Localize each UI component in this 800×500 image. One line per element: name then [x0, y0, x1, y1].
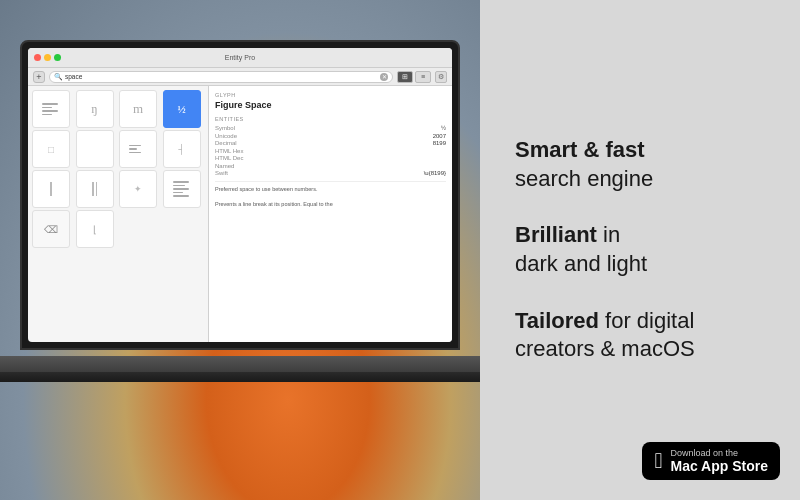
- entity-key: Decimal: [215, 140, 255, 146]
- badge-text: Download on the Mac App Store: [671, 448, 769, 474]
- glyph-grid: ŋ m ½ □: [28, 86, 208, 342]
- feature-inline-3: for digital: [605, 308, 694, 333]
- entity-row: HTML Dec: [215, 155, 446, 161]
- window-title: Entity Pro: [225, 54, 255, 61]
- glyph-cell[interactable]: ⌊: [76, 210, 114, 248]
- entity-key: Unicode: [215, 133, 255, 139]
- entity-key: Symbol: [215, 125, 255, 131]
- badge-store-label: Mac App Store: [671, 458, 769, 474]
- glyph-section-label: GLYPH: [215, 92, 446, 98]
- entity-value[interactable]: 2007: [433, 133, 446, 139]
- glyph-cell[interactable]: [163, 170, 201, 208]
- glyph-description-2: Prevents a line break at its position. E…: [215, 199, 446, 209]
- feature-bold-3: Tailored: [515, 308, 599, 333]
- view-controls: ⊞ ≡: [397, 71, 431, 83]
- traffic-lights: [34, 54, 61, 61]
- detail-panel: GLYPH Figure Space ENTITIES Symbol½Unico…: [208, 86, 452, 342]
- entity-key: Named: [215, 163, 255, 169]
- left-panel: Entity Pro + 🔍 space ✕ ⊞ ≡: [0, 0, 480, 500]
- search-icon: 🔍: [54, 73, 63, 81]
- feature-title-1: Smart & fast: [515, 136, 765, 165]
- screen-inner: Entity Pro + 🔍 space ✕ ⊞ ≡: [28, 48, 452, 342]
- minimize-button[interactable]: [44, 54, 51, 61]
- badge-download-label: Download on the: [671, 448, 769, 458]
- feature-title-2: Brilliant in: [515, 221, 765, 250]
- maximize-button[interactable]: [54, 54, 61, 61]
- entity-row: Swift\u{8199}: [215, 170, 446, 176]
- glyph-cell[interactable]: ✦: [119, 170, 157, 208]
- glyph-cell-selected[interactable]: ½: [163, 90, 201, 128]
- clear-search-button[interactable]: ✕: [380, 73, 388, 81]
- fraction-symbol: ½: [177, 103, 185, 115]
- feature-title-3: Tailored for digital: [515, 307, 765, 336]
- toolbar: + 🔍 space ✕ ⊞ ≡ ⚙: [28, 68, 452, 86]
- entity-value[interactable]: [443, 163, 446, 169]
- glyph-name: Figure Space: [215, 100, 446, 110]
- entity-row: HTML Hex: [215, 148, 446, 154]
- titlebar: Entity Pro: [28, 48, 452, 68]
- search-bar[interactable]: 🔍 space ✕: [49, 71, 393, 83]
- search-input[interactable]: space: [65, 73, 378, 80]
- feature-subtitle-2: dark and light: [515, 250, 765, 279]
- grid-view-button[interactable]: ⊞: [397, 71, 413, 83]
- add-button[interactable]: +: [33, 71, 45, 83]
- glyph-cell-delete[interactable]: ⌫: [32, 210, 70, 248]
- entity-row: Unicode2007: [215, 133, 446, 139]
- entity-value[interactable]: \u{8199}: [424, 170, 446, 176]
- entity-row: Named: [215, 163, 446, 169]
- feature-subtitle-1: search engine: [515, 165, 765, 194]
- close-button[interactable]: [34, 54, 41, 61]
- glyph-cell[interactable]: ŋ: [76, 90, 114, 128]
- glyph-cell[interactable]: □: [32, 130, 70, 168]
- glyph-cell[interactable]: [32, 170, 70, 208]
- glyph-cell[interactable]: [76, 130, 114, 168]
- entity-value[interactable]: [443, 148, 446, 154]
- apple-icon: : [654, 448, 662, 474]
- feature-bold-2: Brilliant: [515, 222, 597, 247]
- entity-row: Decimal8199: [215, 140, 446, 146]
- laptop-screen: Entity Pro + 🔍 space ✕ ⊞ ≡: [20, 40, 460, 350]
- glyph-description-1: Preferred space to use between numbers.: [215, 181, 446, 194]
- main-content: ŋ m ½ □: [28, 86, 452, 342]
- feature-subtitle-3: creators & macOS: [515, 335, 765, 364]
- entity-value[interactable]: [443, 155, 446, 161]
- laptop-bottom: [0, 372, 480, 382]
- entity-value[interactable]: ½: [441, 125, 446, 131]
- glyph-cell[interactable]: [119, 130, 157, 168]
- glyph-cell[interactable]: m: [119, 90, 157, 128]
- entity-row: Symbol½: [215, 125, 446, 131]
- entity-key: HTML Hex: [215, 148, 255, 154]
- app-window: Entity Pro + 🔍 space ✕ ⊞ ≡: [28, 48, 452, 342]
- app-store-badge[interactable]:  Download on the Mac App Store: [642, 442, 780, 480]
- entity-key: HTML Dec: [215, 155, 255, 161]
- entities-label: ENTITIES: [215, 116, 446, 122]
- feature-smart-fast: Smart & fast search engine: [515, 136, 765, 193]
- entity-key: Swift: [215, 170, 255, 176]
- glyph-cell[interactable]: ┤: [163, 130, 201, 168]
- glyph-cell[interactable]: [32, 90, 70, 128]
- feature-brilliant: Brilliant in dark and light: [515, 221, 765, 278]
- entity-rows: Symbol½Unicode2007Decimal8199HTML Hex HT…: [215, 125, 446, 176]
- right-panel: Smart & fast search engine Brilliant in …: [480, 0, 800, 500]
- glyph-cell[interactable]: [76, 170, 114, 208]
- feature-bold-1: Smart & fast: [515, 137, 645, 162]
- entity-value[interactable]: 8199: [433, 140, 446, 146]
- laptop-frame: Entity Pro + 🔍 space ✕ ⊞ ≡: [0, 30, 480, 500]
- list-view-button[interactable]: ≡: [415, 71, 431, 83]
- feature-tailored: Tailored for digital creators & macOS: [515, 307, 765, 364]
- feature-inline-2: in: [603, 222, 620, 247]
- settings-button[interactable]: ⚙: [435, 71, 447, 83]
